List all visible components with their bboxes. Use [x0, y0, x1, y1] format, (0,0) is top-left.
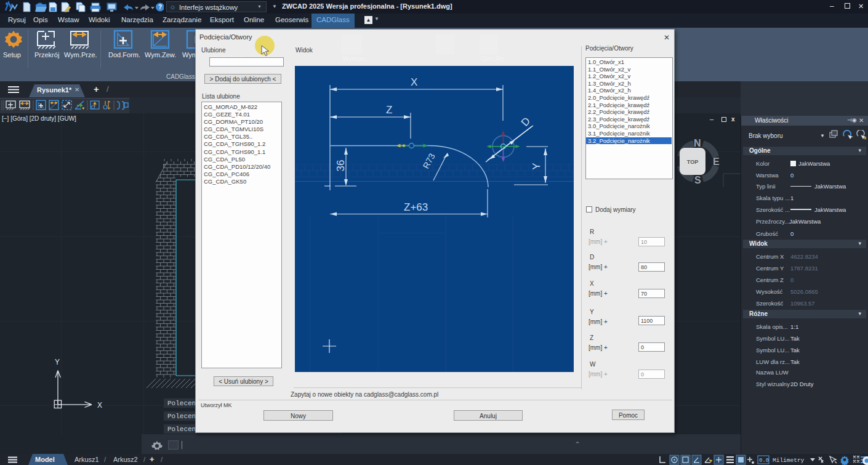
svg-text:Y: Y	[55, 358, 60, 366]
svg-text:TOP: TOP	[687, 159, 698, 165]
svg-text:S: S	[694, 175, 701, 185]
svg-text:X: X	[411, 76, 417, 88]
svg-text:Z+63: Z+63	[404, 201, 428, 213]
svg-text:Milimetry: Milimetry	[773, 457, 805, 464]
svg-text:?: ?	[158, 4, 162, 10]
svg-text:E: E	[713, 156, 720, 167]
svg-text:Z: Z	[386, 104, 392, 116]
svg-text:0.0: 0.0	[759, 458, 769, 464]
svg-text:X: X	[97, 401, 102, 410]
svg-text:Y: Y	[531, 163, 542, 169]
svg-text:36: 36	[335, 160, 347, 172]
svg-text:N: N	[694, 138, 701, 148]
